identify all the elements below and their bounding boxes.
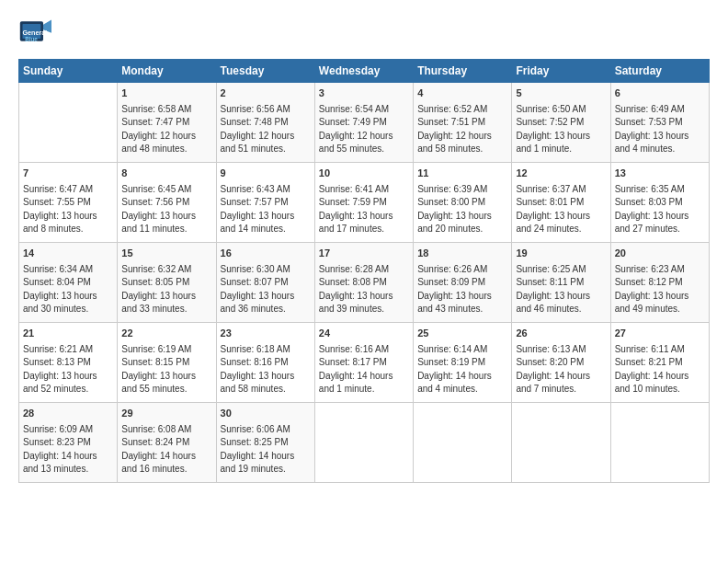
day-number: 2 [221,86,311,101]
calendar-cell: 26Sunrise: 6:13 AMSunset: 8:20 PMDayligh… [512,322,610,402]
sunset-text: Sunset: 7:59 PM [319,196,409,210]
sunset-text: Sunset: 8:17 PM [319,356,409,370]
day-number: 27 [615,327,705,341]
calendar-cell: 6Sunrise: 6:49 AMSunset: 7:53 PMDaylight… [610,83,709,163]
sunset-text: Sunset: 8:19 PM [417,356,507,370]
sunset-text: Sunset: 8:21 PM [615,356,705,370]
daylight-text: and 43 minutes. [417,303,507,316]
daylight-text: Daylight: 14 hours [417,370,507,384]
sunrise-text: Sunrise: 6:39 AM [417,183,507,197]
sunrise-text: Sunrise: 6:13 AM [516,343,606,357]
sunset-text: Sunset: 7:53 PM [615,116,705,130]
calendar-table: SundayMondayTuesdayWednesdayThursdayFrid… [18,59,710,483]
day-number: 24 [319,327,409,341]
sunrise-text: Sunrise: 6:23 AM [615,263,705,277]
daylight-text: and 7 minutes. [516,383,606,396]
header-day-friday: Friday [512,60,610,83]
daylight-text: and 52 minutes. [23,383,113,396]
logo: General Blue [18,15,55,48]
sunrise-text: Sunrise: 6:41 AM [319,183,409,197]
sunrise-text: Sunrise: 6:54 AM [319,103,409,117]
daylight-text: Daylight: 13 hours [121,370,211,384]
calendar-cell: 18Sunrise: 6:26 AMSunset: 8:09 PMDayligh… [414,242,512,322]
daylight-text: and 46 minutes. [516,303,606,316]
daylight-text: and 27 minutes. [615,223,705,236]
day-number: 15 [121,247,211,261]
calendar-cell: 3Sunrise: 6:54 AMSunset: 7:49 PMDaylight… [314,83,413,163]
calendar-cell: 15Sunrise: 6:32 AMSunset: 8:05 PMDayligh… [118,242,216,322]
sunrise-text: Sunrise: 6:28 AM [319,263,409,277]
sunrise-text: Sunrise: 6:14 AM [417,343,507,357]
calendar-cell: 29Sunrise: 6:08 AMSunset: 8:24 PMDayligh… [118,402,216,482]
calendar-cell: 11Sunrise: 6:39 AMSunset: 8:00 PMDayligh… [414,162,512,242]
header-day-tuesday: Tuesday [216,60,314,83]
sunset-text: Sunset: 7:55 PM [23,196,113,210]
sunset-text: Sunset: 8:03 PM [615,196,705,210]
calendar-cell: 27Sunrise: 6:11 AMSunset: 8:21 PMDayligh… [610,322,709,402]
week-row-0: 1Sunrise: 6:58 AMSunset: 7:47 PMDaylight… [19,83,710,163]
sunrise-text: Sunrise: 6:18 AM [221,343,311,357]
daylight-text: Daylight: 13 hours [121,290,211,304]
calendar-cell: 4Sunrise: 6:52 AMSunset: 7:51 PMDaylight… [414,83,512,163]
calendar-cell: 7Sunrise: 6:47 AMSunset: 7:55 PMDaylight… [19,162,118,242]
daylight-text: Daylight: 13 hours [319,210,409,224]
daylight-text: and 58 minutes. [221,383,311,396]
header-day-wednesday: Wednesday [314,60,413,83]
daylight-text: and 10 minutes. [615,383,705,396]
sunrise-text: Sunrise: 6:26 AM [417,263,507,277]
daylight-text: Daylight: 13 hours [319,290,409,304]
day-number: 16 [221,247,311,261]
calendar-cell: 14Sunrise: 6:34 AMSunset: 8:04 PMDayligh… [19,242,118,322]
sunset-text: Sunset: 8:01 PM [516,196,606,210]
sunset-text: Sunset: 8:25 PM [221,436,311,450]
week-row-4: 28Sunrise: 6:09 AMSunset: 8:23 PMDayligh… [19,402,710,482]
sunset-text: Sunset: 7:56 PM [121,196,211,210]
sunset-text: Sunset: 8:20 PM [516,356,606,370]
daylight-text: and 30 minutes. [23,303,113,316]
daylight-text: Daylight: 13 hours [516,210,606,224]
daylight-text: Daylight: 14 hours [319,370,409,384]
daylight-text: Daylight: 13 hours [221,210,311,224]
day-number: 26 [516,327,606,341]
calendar-cell [19,83,118,163]
week-row-2: 14Sunrise: 6:34 AMSunset: 8:04 PMDayligh… [19,242,710,322]
day-number: 10 [319,167,409,181]
sunset-text: Sunset: 8:00 PM [417,196,507,210]
sunset-text: Sunset: 8:23 PM [23,436,113,450]
sunrise-text: Sunrise: 6:50 AM [516,103,606,117]
daylight-text: Daylight: 12 hours [121,130,211,144]
sunset-text: Sunset: 8:13 PM [23,356,113,370]
calendar-header: SundayMondayTuesdayWednesdayThursdayFrid… [19,60,710,83]
calendar-cell: 28Sunrise: 6:09 AMSunset: 8:23 PMDayligh… [19,402,118,482]
calendar-cell: 8Sunrise: 6:45 AMSunset: 7:56 PMDaylight… [118,162,216,242]
daylight-text: and 14 minutes. [221,223,311,236]
sunrise-text: Sunrise: 6:52 AM [417,103,507,117]
header-day-saturday: Saturday [610,60,709,83]
day-number: 25 [417,327,507,341]
calendar-cell [314,402,413,482]
daylight-text: Daylight: 13 hours [615,210,705,224]
day-number: 12 [516,167,606,181]
logo-icon: General Blue [18,15,51,48]
calendar-cell: 16Sunrise: 6:30 AMSunset: 8:07 PMDayligh… [216,242,314,322]
day-number: 17 [319,247,409,261]
calendar-cell: 2Sunrise: 6:56 AMSunset: 7:48 PMDaylight… [216,83,314,163]
sunset-text: Sunset: 8:11 PM [516,276,606,290]
header-day-sunday: Sunday [19,60,118,83]
day-number: 23 [221,327,311,341]
sunrise-text: Sunrise: 6:58 AM [121,103,211,117]
day-number: 19 [516,247,606,261]
sunset-text: Sunset: 8:09 PM [417,276,507,290]
sunrise-text: Sunrise: 6:56 AM [221,103,311,117]
daylight-text: Daylight: 13 hours [417,290,507,304]
day-number: 30 [221,407,311,421]
daylight-text: and 13 minutes. [23,463,113,477]
daylight-text: Daylight: 14 hours [121,450,211,464]
calendar-page: General Blue SundayMondayTuesdayWednesda… [0,0,728,563]
daylight-text: and 55 minutes. [319,143,409,156]
calendar-cell: 10Sunrise: 6:41 AMSunset: 7:59 PMDayligh… [314,162,413,242]
day-number: 4 [417,86,507,101]
sunrise-text: Sunrise: 6:25 AM [516,263,606,277]
day-number: 6 [615,86,705,101]
calendar-cell: 19Sunrise: 6:25 AMSunset: 8:11 PMDayligh… [512,242,610,322]
